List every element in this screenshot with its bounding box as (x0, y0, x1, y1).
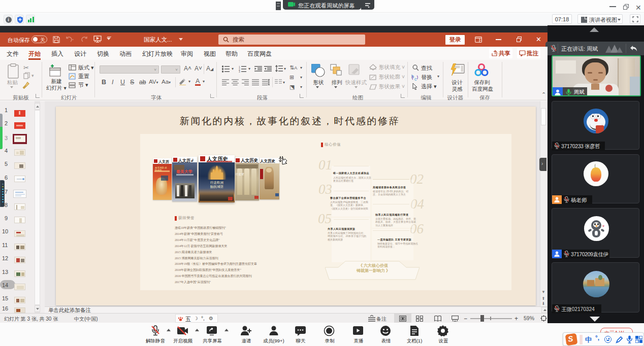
svg-text:3: 3 (239, 70, 240, 73)
svg-text:c: c (414, 77, 417, 81)
